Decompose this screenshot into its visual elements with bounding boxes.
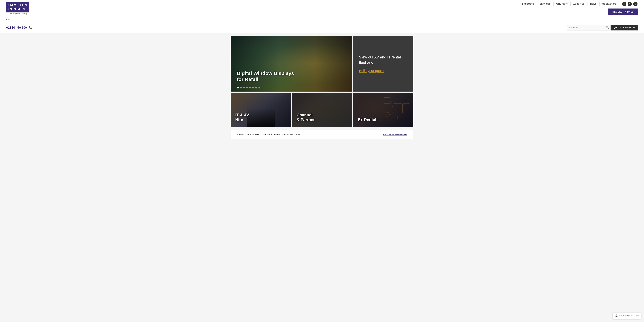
breadcrumb-home[interactable]: Home — [6, 18, 11, 21]
phone-area: 01344 456 600 📞 — [6, 26, 32, 29]
site-header: HAMILTON RENTALS A Bell Integration Comp… — [0, 0, 644, 17]
svg-point-5 — [385, 112, 389, 117]
hero-dot-3[interactable] — [243, 87, 245, 88]
tile-ex-rental[interactable]: Ex Rental — [353, 93, 414, 127]
tiles-grid: IT & AVHire Channel& Partner — [230, 93, 414, 127]
svg-line-4 — [402, 101, 404, 108]
tile-it-decor — [247, 108, 274, 127]
hero-main-slide[interactable]: Digital Window Displaysfor Retail — [230, 36, 352, 92]
tile-channel-partner[interactable]: Channel& Partner — [292, 93, 352, 127]
build-quote-link[interactable]: Build your quote — [359, 69, 407, 73]
quote-label: QUOTE - 0 ITEMS — [614, 26, 632, 29]
hero-grid: Digital Window Displaysfor Retail View o… — [230, 36, 414, 92]
footer-right-link[interactable]: VIEW OUR HIRE GUIDE — [383, 133, 407, 136]
phone-number: 01344 456 600 — [6, 26, 27, 29]
social-icons: in 𝕏 ▶ — [622, 2, 638, 6]
hero-dot-4[interactable] — [246, 87, 248, 88]
logo-link[interactable]: HAMILTON RENTALS A Bell Integration Comp… — [6, 2, 30, 15]
hero-side-text: View our AV and IT rental fleet and — [359, 55, 407, 65]
search-input-wrap: 🔍 — [567, 25, 610, 30]
phone-icon: 📞 — [29, 26, 32, 29]
quote-button[interactable]: QUOTE - 0 ITEMS ≡ — [610, 25, 638, 30]
youtube-icon[interactable]: ▶ — [633, 2, 638, 6]
hero-dot-5[interactable] — [249, 87, 251, 88]
hero-dot-6[interactable] — [252, 87, 254, 88]
circuit-decor — [381, 94, 412, 122]
main-nav: PRODUCTS SERVICES WHY RENT ABOUT US NEWS… — [519, 1, 619, 6]
svg-rect-0 — [384, 97, 390, 104]
nav-contact-us[interactable]: CONTACT US — [600, 1, 619, 6]
hero-dot-7[interactable] — [256, 87, 257, 88]
logo-subtitle: A Bell Integration Company — [6, 12, 30, 15]
hero-dot-1[interactable] — [237, 87, 239, 88]
svg-rect-2 — [404, 99, 409, 104]
quote-list-icon: ≡ — [633, 26, 635, 29]
request-call-button[interactable]: REQUEST A CALL — [608, 8, 638, 15]
logo-line1: HAMILTON — [8, 3, 27, 7]
hero-side-panel: View our AV and IT rental fleet and Buil… — [353, 36, 414, 92]
tile-exrental-label: Ex Rental — [358, 117, 376, 122]
twitter-icon[interactable]: 𝕏 — [628, 2, 632, 6]
search-input[interactable] — [567, 25, 610, 30]
logo-box: HAMILTON RENTALS — [6, 2, 30, 12]
svg-point-6 — [395, 116, 398, 119]
tile-channel-label: Channel& Partner — [296, 113, 315, 122]
svg-line-3 — [390, 101, 393, 108]
tile-it-av-hire[interactable]: IT & AVHire — [230, 93, 291, 127]
nav-right: PRODUCTS SERVICES WHY RENT ABOUT US NEWS… — [519, 1, 638, 15]
search-row: 01344 456 600 📞 🔍 QUOTE - 0 ITEMS ≡ — [0, 22, 644, 33]
footer-left-text: ESSENTIAL KIT FOR YOUR NEXT EVENT OR EXH… — [237, 133, 300, 136]
search-button[interactable]: 🔍 — [606, 26, 609, 29]
main-content: Digital Window Displaysfor Retail View o… — [224, 33, 420, 145]
footer-strip: ESSENTIAL KIT FOR YOUR NEXT EVENT OR EXH… — [230, 130, 414, 139]
linkedin-icon[interactable]: in — [622, 2, 626, 6]
hero-overlay — [230, 36, 352, 92]
nav-services[interactable]: SERVICES — [537, 1, 554, 6]
nav-about-us[interactable]: ABOUT US — [570, 1, 587, 6]
nav-news[interactable]: NEWS — [587, 1, 600, 6]
hero-dot-2[interactable] — [240, 87, 242, 88]
nav-why-rent[interactable]: WHY RENT — [554, 1, 570, 6]
breadcrumb: Home — [0, 17, 644, 22]
tile-it-label: IT & AVHire — [235, 113, 249, 122]
hero-dot-8[interactable] — [258, 87, 260, 88]
hero-dots — [237, 87, 260, 88]
nav-products[interactable]: PRODUCTS — [519, 1, 537, 6]
svg-rect-1 — [393, 104, 402, 113]
search-quote-area: 🔍 QUOTE - 0 ITEMS ≡ — [567, 25, 638, 30]
hero-main-text: Digital Window Displaysfor Retail — [237, 70, 294, 82]
logo-line2: RENTALS — [8, 7, 27, 11]
